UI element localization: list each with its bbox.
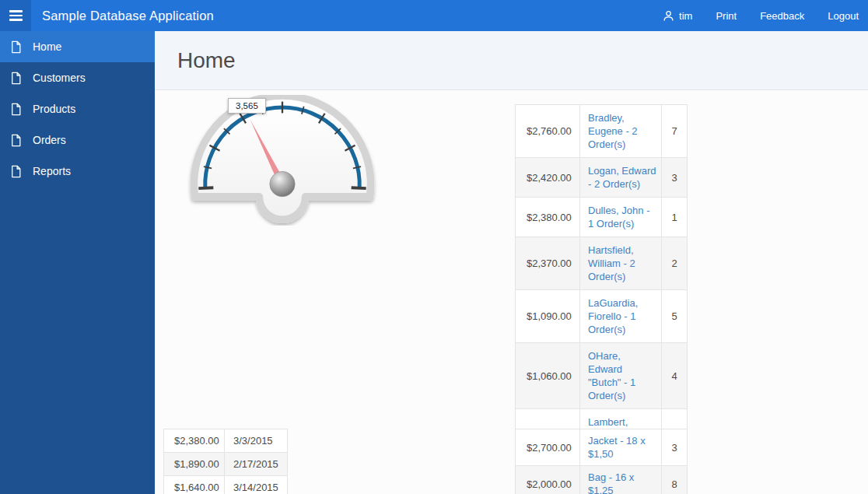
table-row: $2,370.00Hartsfield, William - 2 Order(s… (516, 237, 688, 290)
user-icon (663, 10, 674, 22)
count-cell: 2 (662, 237, 688, 290)
content-body: 3,565 $2,760.00Bradley, Eugene - 2 Order… (155, 90, 868, 493)
table-row: $1,060.00OHare, Edward "Butch" - 1 Order… (516, 343, 688, 409)
document-icon (10, 40, 22, 54)
link-cell: Bradley, Eugene - 2 Order(s) (580, 105, 662, 158)
link-cell: OHare, Edward "Butch" - 1 Order(s) (580, 343, 662, 409)
user-menu[interactable]: tim (663, 10, 692, 22)
count-cell: 3 (662, 429, 688, 466)
sidebar: HomeCustomersProductsOrdersReports (0, 31, 155, 494)
table-row: $2,420.00Logan, Edward - 2 Order(s)3 (516, 158, 688, 198)
user-name: tim (679, 10, 692, 22)
sidebar-item-label: Orders (33, 134, 66, 146)
document-icon (10, 134, 22, 147)
page-title-bar: Home (155, 31, 868, 90)
app-title: Sample Database Application (42, 9, 214, 23)
amount-cell: $2,420.00 (516, 158, 580, 198)
count-cell: 4 (662, 343, 688, 409)
sales-gauge-chart: 3,565 (184, 95, 380, 226)
table-row: $2,700.00Jacket - 18 x $1,503 (516, 429, 688, 466)
count-cell: 3 (662, 158, 688, 198)
order-date-cell: 3/14/2015 (225, 476, 288, 494)
print-link[interactable]: Print (716, 10, 737, 22)
order-amount-cell: $1,890.00 (164, 453, 225, 476)
product-link[interactable]: Jacket - 18 x $1,50 (588, 435, 646, 460)
table-row: $2,380.003/3/2015 (164, 429, 288, 453)
top-products-table: $2,700.00Jacket - 18 x $1,503$2,000.00Ba… (515, 429, 688, 494)
gauge-value-label: 3,565 (228, 98, 266, 114)
table-row: $1,090.00LaGuardia, Fiorello - 1 Order(s… (516, 290, 688, 343)
order-date-cell: 3/3/2015 (225, 429, 288, 453)
main-region: Home (155, 31, 868, 494)
table-row: $2,000.00Bag - 16 x $1.258 (516, 466, 688, 494)
menu-icon[interactable] (0, 0, 31, 31)
amount-cell: $2,370.00 (516, 237, 580, 290)
recent-orders-table: $2,380.003/3/2015$1,890.002/17/2015$1,64… (163, 429, 288, 494)
feedback-link[interactable]: Feedback (760, 10, 804, 22)
gauge-tick (198, 187, 213, 188)
table-row: $2,380.00Dulles, John - 1 Order(s)1 (516, 198, 688, 237)
sidebar-item-customers[interactable]: Customers (0, 62, 155, 93)
top-customers-table: $2,760.00Bradley, Eugene - 2 Order(s)7$2… (515, 104, 688, 462)
link-cell: Hartsfield, William - 2 Order(s) (580, 237, 662, 290)
header-nav: tim Print Feedback Logout (663, 10, 868, 22)
count-cell: 5 (662, 290, 688, 343)
link-cell: Dulles, John - 1 Order(s) (580, 198, 662, 237)
sidebar-item-reports[interactable]: Reports (0, 156, 155, 187)
customer-link[interactable]: Bradley, Eugene - 2 Order(s) (588, 112, 638, 150)
customer-link[interactable]: Hartsfield, William - 2 Order(s) (588, 244, 635, 282)
sidebar-item-orders[interactable]: Orders (0, 124, 155, 156)
sidebar-item-label: Customers (33, 72, 86, 84)
table-row: $2,760.00Bradley, Eugene - 2 Order(s)7 (516, 105, 688, 158)
amount-cell: $2,000.00 (516, 466, 580, 494)
count-cell: 1 (662, 198, 688, 237)
document-icon (10, 103, 22, 116)
link-cell: Bag - 16 x $1.25 (580, 466, 662, 494)
page-title: Home (177, 48, 236, 73)
amount-cell: $2,700.00 (516, 429, 580, 466)
order-amount-cell: $2,380.00 (164, 429, 225, 453)
app-header: Sample Database Application tim Print Fe… (0, 0, 868, 31)
sidebar-item-label: Products (33, 103, 75, 115)
table-row: $1,640.003/14/2015 (164, 476, 288, 494)
document-icon (10, 72, 22, 85)
customer-link[interactable]: Dulles, John - 1 Order(s) (588, 205, 649, 229)
product-link[interactable]: Bag - 16 x $1.25 (588, 471, 634, 494)
amount-cell: $1,060.00 (516, 343, 580, 409)
link-cell: LaGuardia, Fiorello - 1 Order(s) (580, 290, 662, 343)
link-cell: Logan, Edward - 2 Order(s) (580, 158, 662, 198)
sidebar-item-products[interactable]: Products (0, 93, 155, 124)
gauge-tick (352, 187, 366, 188)
amount-cell: $2,380.00 (516, 198, 580, 237)
gauge-svg (184, 95, 380, 226)
amount-cell: $2,760.00 (516, 105, 580, 158)
order-date-cell: 2/17/2015 (225, 453, 288, 476)
customer-link[interactable]: Logan, Edward - 2 Order(s) (588, 165, 656, 190)
customer-link[interactable]: OHare, Edward "Butch" - 1 Order(s) (588, 350, 635, 401)
gauge-pivot (270, 171, 295, 196)
sidebar-item-home[interactable]: Home (0, 31, 155, 62)
document-icon (10, 165, 22, 178)
count-cell: 8 (662, 466, 688, 494)
amount-cell: $1,090.00 (516, 290, 580, 343)
gauge-casing (194, 96, 370, 219)
sidebar-item-label: Home (33, 40, 61, 53)
link-cell: Jacket - 18 x $1,50 (580, 429, 662, 466)
table-row: $1,890.002/17/2015 (164, 453, 288, 476)
sidebar-item-label: Reports (33, 165, 71, 177)
logout-link[interactable]: Logout (828, 10, 859, 22)
order-amount-cell: $1,640.00 (164, 476, 225, 494)
sidebar-menu: HomeCustomersProductsOrdersReports (0, 31, 155, 187)
count-cell: 7 (662, 105, 688, 158)
customer-link[interactable]: LaGuardia, Fiorello - 1 Order(s) (588, 297, 638, 335)
